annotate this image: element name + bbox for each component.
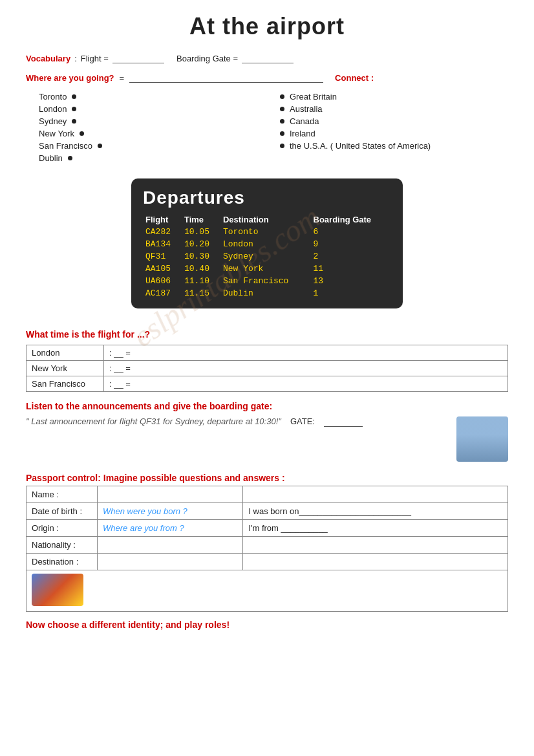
sydney-text: Sydney bbox=[39, 116, 67, 126]
canada-text: Canada bbox=[290, 116, 319, 126]
dep-cell: Sydney bbox=[220, 250, 311, 263]
time-blank[interactable]: : __ = bbox=[104, 376, 508, 392]
city-usa: the U.S.A. ( United States of America) bbox=[267, 141, 508, 151]
time-blank[interactable]: : __ = bbox=[104, 345, 508, 361]
departures-title: Departures bbox=[143, 188, 391, 208]
dep-cell: 10.20 bbox=[182, 238, 220, 250]
city-toronto: Toronto bbox=[26, 92, 267, 102]
passport-label: Origin : bbox=[27, 520, 98, 537]
australia-bullet bbox=[280, 107, 284, 111]
gate-blank[interactable] bbox=[324, 416, 363, 427]
passport-row: Name : bbox=[27, 486, 508, 503]
toronto-text: Toronto bbox=[39, 92, 67, 102]
dep-row: QF3110.30Sydney2 bbox=[143, 250, 391, 263]
dep-cell: 10.30 bbox=[182, 250, 220, 263]
time-row: London: __ = bbox=[27, 345, 508, 361]
city-sydney: Sydney bbox=[26, 116, 267, 126]
dep-cell: 2 bbox=[311, 250, 391, 263]
sydney-bullet bbox=[72, 119, 76, 124]
dep-cell: San Francisco bbox=[220, 275, 311, 287]
dep-header-time: Time bbox=[182, 213, 220, 226]
dep-header-flight: Flight bbox=[143, 213, 182, 226]
passport-question: When were you born ? bbox=[98, 503, 243, 520]
announcement-heading: Listen to the announcements and give the… bbox=[26, 401, 508, 411]
dep-cell: QF31 bbox=[143, 250, 182, 263]
passport-question bbox=[98, 554, 243, 570]
passport-label: Name : bbox=[27, 486, 98, 503]
passport-question: Where are you from ? bbox=[98, 520, 243, 537]
dep-cell: London bbox=[220, 238, 311, 250]
new-york-bullet bbox=[80, 131, 84, 136]
ireland-bullet bbox=[280, 131, 284, 136]
passport-row: Date of birth :When were you born ?I was… bbox=[27, 503, 508, 520]
dep-cell: 6 bbox=[311, 226, 391, 238]
time-section-heading: What time is the flight for ...? bbox=[26, 329, 508, 340]
city-australia: Australia bbox=[267, 104, 508, 114]
dublin-bullet bbox=[68, 156, 72, 160]
departures-board: Departures Flight Time Destination Board… bbox=[131, 178, 403, 308]
passport-answer[interactable] bbox=[243, 486, 508, 503]
dep-cell: Toronto bbox=[220, 226, 311, 238]
announcement-text: " Last announcement for flight QF31 for … bbox=[26, 416, 281, 426]
dublin-text: Dublin bbox=[39, 153, 63, 163]
time-city: New York bbox=[27, 361, 104, 376]
passport-answer[interactable] bbox=[243, 554, 508, 570]
canada-bullet bbox=[280, 119, 284, 124]
passport-heading: Passport control: Imagine possible quest… bbox=[26, 473, 285, 483]
page-title: At the airport bbox=[26, 13, 508, 40]
announcement-row: " Last announcement for flight QF31 for … bbox=[26, 416, 508, 464]
passport-table: Name :Date of birth :When were you born … bbox=[26, 486, 508, 612]
passport-question bbox=[98, 486, 243, 503]
london-bullet bbox=[72, 107, 76, 111]
dep-row: AA10510.40New York11 bbox=[143, 263, 391, 275]
dep-cell: BA134 bbox=[143, 238, 182, 250]
city-great-britain: Great Britain bbox=[267, 92, 508, 102]
time-row: San Francisco: __ = bbox=[27, 376, 508, 392]
dep-cell: 10.40 bbox=[182, 263, 220, 275]
dep-row: BA13410.20London9 bbox=[143, 238, 391, 250]
passport-question bbox=[98, 537, 243, 554]
london-text: London bbox=[39, 104, 67, 114]
passport-label: Nationality : bbox=[27, 537, 98, 554]
passport-row bbox=[27, 570, 508, 612]
boarding-gate-label: Boarding Gate = bbox=[176, 54, 238, 63]
vocabulary-row: Vocabulary : Flight = Boarding Gate = bbox=[26, 53, 508, 63]
passport-answer[interactable]: I was born on________________________ bbox=[243, 503, 508, 520]
where-blank[interactable] bbox=[129, 72, 323, 83]
san-francisco-bullet bbox=[98, 144, 102, 148]
city-ireland: Ireland bbox=[267, 129, 508, 138]
dep-cell: 11.15 bbox=[182, 287, 220, 299]
departures-table: Flight Time Destination Boarding Gate CA… bbox=[143, 213, 391, 299]
dep-cell: Dublin bbox=[220, 287, 311, 299]
officer-image bbox=[456, 416, 508, 462]
time-row: New York: __ = bbox=[27, 361, 508, 376]
boarding-gate-blank[interactable] bbox=[242, 53, 294, 63]
flight-blank[interactable] bbox=[112, 53, 164, 63]
vocabulary-label: Vocabulary bbox=[26, 54, 70, 63]
new-york-text: New York bbox=[39, 129, 74, 138]
city-san-francisco: San Francisco bbox=[26, 141, 267, 151]
dep-row: AC18711.15Dublin1 bbox=[143, 287, 391, 299]
usa-bullet bbox=[280, 144, 284, 148]
time-table: London: __ =New York: __ =San Francisco:… bbox=[26, 345, 508, 392]
dep-cell: 13 bbox=[311, 275, 391, 287]
where-row: Where are you going? = Connect : bbox=[26, 72, 508, 83]
passport-answer[interactable]: I'm from __________ bbox=[243, 520, 508, 537]
connect-label: Connect : bbox=[335, 73, 374, 83]
passport-answer[interactable] bbox=[243, 537, 508, 554]
ireland-text: Ireland bbox=[290, 129, 315, 138]
right-cities-col: Great Britain Australia Canada Ireland t… bbox=[267, 92, 508, 166]
city-new-york: New York bbox=[26, 129, 267, 138]
time-blank[interactable]: : __ = bbox=[104, 361, 508, 376]
usa-text: the U.S.A. ( United States of America) bbox=[290, 141, 431, 151]
boarding-pass-image bbox=[32, 574, 83, 606]
dep-cell: 9 bbox=[311, 238, 391, 250]
dep-cell: 11.10 bbox=[182, 275, 220, 287]
dep-header-gate: Boarding Gate bbox=[311, 213, 391, 226]
cities-section: Toronto London Sydney New York San Franc… bbox=[26, 92, 508, 166]
dep-row: CA28210.05Toronto6 bbox=[143, 226, 391, 238]
dep-cell: AA105 bbox=[143, 263, 182, 275]
flight-label: Flight = bbox=[81, 54, 109, 63]
passport-row: Nationality : bbox=[27, 537, 508, 554]
city-london: London bbox=[26, 104, 267, 114]
